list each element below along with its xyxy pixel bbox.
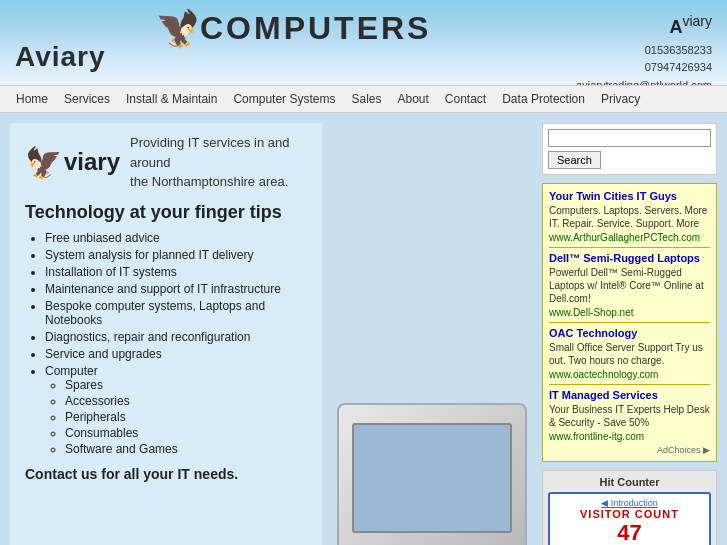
visitor-count: 47 <box>554 520 705 545</box>
ad-separator <box>549 247 710 248</box>
site-header: Aviary 🦅 COMPUTERS Aviary 01536358233 07… <box>0 0 727 85</box>
nav-sales[interactable]: Sales <box>343 86 389 112</box>
ad-text-3: Small Office Server Support Try us out. … <box>549 341 710 367</box>
ad-link-1[interactable]: www.ArthurGallagherPCTech.com <box>549 232 710 243</box>
ad-text-2: Powerful Dell™ Semi-Rugged Laptops w/ In… <box>549 266 710 305</box>
nav-data-protection[interactable]: Data Protection <box>494 86 593 112</box>
ad-separator-3 <box>549 384 710 385</box>
aviary-tagline: Providing IT services in and around the … <box>130 133 307 192</box>
list-item: Service and upgrades <box>45 347 307 361</box>
services-list: Free unbiased advice System analysis for… <box>45 231 307 456</box>
nav-home[interactable]: Home <box>8 86 56 112</box>
tagline-line1: Providing IT services in and around <box>130 133 307 172</box>
main-heading: Technology at your finger tips <box>25 202 307 223</box>
ad-link-4[interactable]: www.frontline-itg.com <box>549 431 710 442</box>
visitor-text: VISITOR COUNT <box>554 508 705 520</box>
nav-computer-systems[interactable]: Computer Systems <box>225 86 343 112</box>
nav-about[interactable]: About <box>389 86 436 112</box>
ad-separator-2 <box>549 322 710 323</box>
phone1: 01536358233 <box>576 42 712 60</box>
sub-list-item: Spares <box>65 378 307 392</box>
hit-counter: Hit Counter ◀ Introduction VISITOR COUNT… <box>542 470 717 545</box>
nav-privacy[interactable]: Privacy <box>593 86 648 112</box>
sub-list-item: Consumables <box>65 426 307 440</box>
list-item: Diagnostics, repair and reconfiguration <box>45 330 307 344</box>
ad-text-1: Computers. Laptops. Servers. More IT. Re… <box>549 204 710 230</box>
aviary-header: 🦅 viary Providing IT services in and aro… <box>25 133 307 192</box>
main-container: 🦅 viary Providing IT services in and aro… <box>0 113 727 545</box>
ad-link-3[interactable]: www.oactechnology.com <box>549 369 710 380</box>
content-area: 🦅 viary Providing IT services in and aro… <box>10 123 322 545</box>
ad-box: Your Twin Cities IT Guys Computers. Lapt… <box>542 183 717 462</box>
aviary-logo: 🦅 viary <box>25 145 120 180</box>
hit-counter-inner: ◀ Introduction VISITOR COUNT 47 <box>548 492 711 545</box>
aviary-label: A <box>669 17 682 37</box>
tagline-line2: the Northamptonshire area. <box>130 172 307 192</box>
ad-link-2[interactable]: www.Dell-Shop.net <box>549 307 710 318</box>
search-box: Search <box>542 123 717 175</box>
sub-list-item: Accessories <box>65 394 307 408</box>
brand-name: Aviary <box>15 41 106 73</box>
sub-list-item: Peripherals <box>65 410 307 424</box>
intro-label[interactable]: ◀ Introduction <box>554 498 705 508</box>
hit-counter-title: Hit Counter <box>548 476 711 488</box>
contact-footer: Contact us for all your IT needs. <box>25 466 307 482</box>
email: aviarytrading@ntlworld.com <box>576 77 712 85</box>
aviary-logo-text: viary <box>64 148 120 176</box>
search-input[interactable] <box>548 129 711 147</box>
list-item-computer: Computer Spares Accessories Peripherals … <box>45 364 307 456</box>
laptop-image-area <box>332 123 532 545</box>
site-title: COMPUTERS <box>200 10 431 47</box>
phone2: 07947426934 <box>576 59 712 77</box>
ad-title-2: Dell™ Semi-Rugged Laptops <box>549 252 710 264</box>
sidebar: Search Your Twin Cities IT Guys Computer… <box>542 123 717 545</box>
main-nav: Home Services Install & Maintain Compute… <box>0 85 727 113</box>
nav-services[interactable]: Services <box>56 86 118 112</box>
nav-contact[interactable]: Contact <box>437 86 494 112</box>
list-item: Maintenance and support of IT infrastruc… <box>45 282 307 296</box>
list-item: Free unbiased advice <box>45 231 307 245</box>
contact-brand: Aviary <box>576 10 712 42</box>
ad-title-4: IT Managed Services <box>549 389 710 401</box>
bird-icon: 🦅 <box>155 8 200 50</box>
list-item: System analysis for planned IT delivery <box>45 248 307 262</box>
list-item: Installation of IT systems <box>45 265 307 279</box>
ad-text-4: Your Business IT Experts Help Desk & Sec… <box>549 403 710 429</box>
ad-title-1: Your Twin Cities IT Guys <box>549 190 710 202</box>
laptop-screen <box>352 423 512 533</box>
aviary-bird-icon: 🦅 <box>25 145 62 180</box>
list-item: Bespoke computer systems, Laptops and No… <box>45 299 307 327</box>
ad-title-3: OAC Technology <box>549 327 710 339</box>
nav-install[interactable]: Install & Maintain <box>118 86 225 112</box>
sub-list-item: Software and Games <box>65 442 307 456</box>
ad-choices[interactable]: AdChoices ▶ <box>549 445 710 455</box>
computer-sub-list: Spares Accessories Peripherals Consumabl… <box>65 378 307 456</box>
contact-info: Aviary 01536358233 07947426934 aviarytra… <box>576 10 712 85</box>
laptop-shape <box>337 403 527 545</box>
search-button[interactable]: Search <box>548 151 601 169</box>
